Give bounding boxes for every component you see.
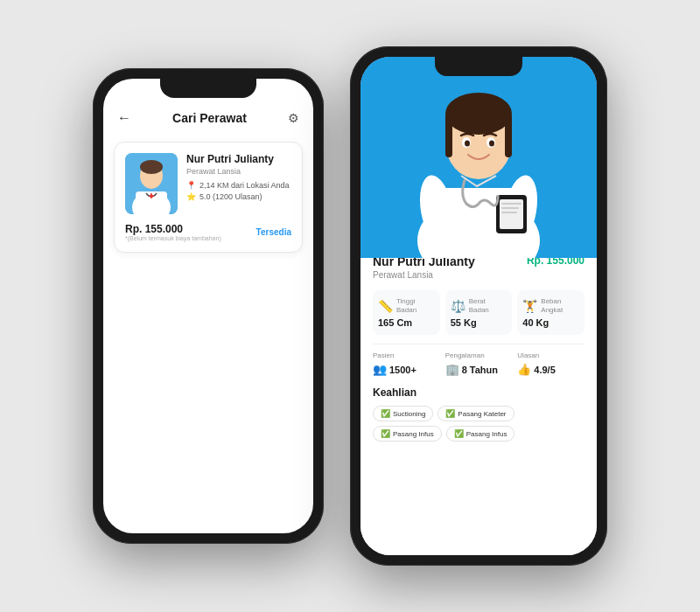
price-main: Rp. 155.000 xyxy=(125,223,221,235)
phone-2-screen: Nur Putri Julianty Rp. 155.000 Perawat L… xyxy=(360,57,597,555)
stat-weight: ⚖️ BeratBadan 55 Kg xyxy=(445,290,513,335)
check-icon-3: ✅ xyxy=(381,429,390,438)
page-title: Cari Perawat xyxy=(172,111,247,125)
divider xyxy=(373,344,584,344)
lift-value: 40 Kg xyxy=(522,317,549,328)
svg-point-18 xyxy=(445,93,512,135)
location-icon: 📍 xyxy=(186,181,196,190)
height-icon: 📏 xyxy=(378,299,393,313)
experience-value: 8 Tahun xyxy=(462,365,498,375)
weight-value: 55 Kg xyxy=(451,317,477,328)
svg-rect-13 xyxy=(501,203,522,205)
phone-1: ← Cari Perawat ⚙ xyxy=(93,68,324,544)
distance-row: 📍 2,14 KM dari Lokasi Anda xyxy=(186,181,291,190)
svg-rect-14 xyxy=(501,207,519,209)
svg-rect-6 xyxy=(150,193,152,198)
detail-card: Nur Putri Julianty Rp. 155.000 Perawat L… xyxy=(360,240,597,555)
phone-1-notch xyxy=(160,79,256,98)
skills-container: ✅ Suctioning ✅ Pasang Kateter ✅ Pasang I… xyxy=(373,406,584,442)
weight-label: BeratBadan xyxy=(469,297,489,314)
header-bar: ← Cari Perawat ⚙ xyxy=(103,103,313,135)
svg-rect-20 xyxy=(505,114,512,157)
weight-icon: ⚖️ xyxy=(451,299,466,313)
price-area: Rp. 155.000 *(Belum termasuk biaya tamba… xyxy=(125,223,221,241)
rating-value: 4.9/5 xyxy=(534,365,555,375)
distance-text: 2,14 KM dari Lokasi Anda xyxy=(200,181,290,190)
skill-suctioning[interactable]: ✅ Suctioning xyxy=(373,406,433,421)
skill-label-kateter: Pasang Kateter xyxy=(458,410,506,418)
price-note: *(Belum termasuk biaya tambahan) xyxy=(125,235,221,241)
back-button[interactable]: ← xyxy=(117,110,131,126)
detail-role: Perawat Lansia xyxy=(373,270,584,280)
experience-icon: 🏢 xyxy=(445,363,459,376)
rating-label: Ulasan xyxy=(517,351,539,359)
check-icon-2: ✅ xyxy=(445,409,455,418)
stats-row2: Pasien 👥 1500+ Pengalaman 🏢 8 Tahun xyxy=(373,351,584,376)
stat-experience: Pengalaman 🏢 8 Tahun xyxy=(445,351,513,376)
rating-icon: 👍 xyxy=(517,363,531,376)
rating-row: ⭐ 5.0 (1200 Ulasan) xyxy=(186,192,291,201)
patients-icon: 👥 xyxy=(373,363,387,376)
filter-icon[interactable]: ⚙ xyxy=(288,111,299,125)
stat-height: 📏 TinggiBadan 165 Cm xyxy=(373,290,440,335)
hero-section xyxy=(360,57,597,258)
availability-badge: Tersedia xyxy=(256,227,291,237)
skill-label-suctioning: Suctioning xyxy=(393,410,425,418)
rating-text: 5.0 (1200 Ulasan) xyxy=(200,192,262,201)
skills-section-title: Keahlian xyxy=(373,386,584,399)
skill-label-infus1: Pasang Infus xyxy=(393,430,434,438)
lift-icon: 🏋️ xyxy=(522,299,537,313)
svg-point-23 xyxy=(465,141,470,147)
nurse-card[interactable]: Nur Putri Julianty Perawat Lansia 📍 2,14… xyxy=(114,142,303,253)
nurse-name: Nur Putri Julianty xyxy=(186,153,291,167)
check-icon-4: ✅ xyxy=(454,429,464,438)
stat-patients: Pasien 👥 1500+ xyxy=(373,351,440,376)
height-value: 165 Cm xyxy=(378,317,412,328)
patients-value: 1500+ xyxy=(389,365,416,375)
stat-rating: Ulasan 👍 4.9/5 xyxy=(517,351,584,376)
skill-infus1[interactable]: ✅ Pasang Infus xyxy=(373,426,442,442)
svg-rect-19 xyxy=(445,114,452,157)
stat-lift: 🏋️ BebanAngkat 40 Kg xyxy=(517,290,584,335)
experience-label: Pengalaman xyxy=(445,351,485,359)
svg-point-3 xyxy=(140,160,163,174)
lift-label: BebanAngkat xyxy=(541,297,563,314)
phone-1-screen: ← Cari Perawat ⚙ xyxy=(103,79,313,533)
card-bottom: Rp. 155.000 *(Belum termasuk biaya tamba… xyxy=(125,223,291,241)
skill-kateter[interactable]: ✅ Pasang Kateter xyxy=(438,406,514,421)
skill-label-infus2: Pasang Infus xyxy=(466,430,508,438)
star-icon: ⭐ xyxy=(186,192,196,201)
stats-grid: 📏 TinggiBadan 165 Cm ⚖️ BeratBadan 55 Kg xyxy=(373,290,584,335)
svg-rect-15 xyxy=(501,212,517,213)
nurse-info: Nur Putri Julianty Perawat Lansia 📍 2,14… xyxy=(186,153,291,204)
phone-2-notch xyxy=(435,57,522,76)
nurse-avatar xyxy=(125,153,178,214)
phone-2: Nur Putri Julianty Rp. 155.000 Perawat L… xyxy=(350,46,607,566)
patients-label: Pasien xyxy=(373,351,394,359)
nurse-role: Perawat Lansia xyxy=(186,167,291,176)
check-icon-1: ✅ xyxy=(381,409,390,418)
height-label: TinggiBadan xyxy=(396,297,416,314)
skill-infus2[interactable]: ✅ Pasang Infus xyxy=(446,426,515,442)
svg-point-24 xyxy=(489,141,494,147)
